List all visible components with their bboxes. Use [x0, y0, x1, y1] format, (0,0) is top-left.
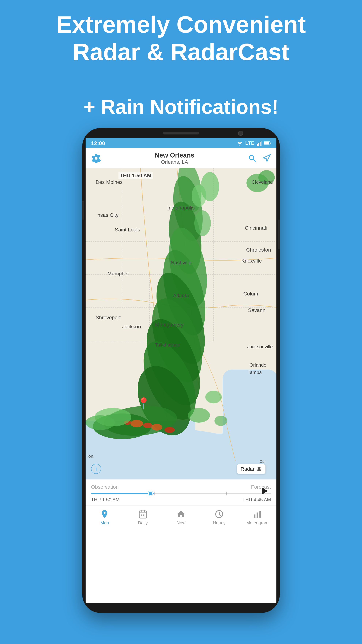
svg-point-35 [130, 420, 143, 427]
timeline-bar [91, 493, 271, 494]
svg-point-37 [151, 424, 162, 430]
svg-point-36 [143, 422, 152, 428]
location-info: New Orleans Orleans, LA [101, 152, 248, 165]
nav-label-meteogram: Meteogram [246, 520, 268, 526]
map-area[interactable]: Des Moines Cleveland Indianapolis nsas C… [85, 168, 277, 479]
signal-icon [257, 141, 262, 146]
label-tallahassee: Tallahassee [155, 342, 180, 348]
svg-line-8 [253, 159, 256, 162]
hero-title-line1: Extremely Convenient [56, 11, 306, 38]
phone-frame: 12:00 LTE [82, 128, 280, 613]
label-shreveport: Shreveport [96, 315, 121, 320]
timeline-wrapper[interactable]: THU 1:50 AM THU 4:45 AM [91, 493, 271, 502]
search-icon[interactable] [248, 154, 257, 163]
navigate-icon[interactable] [262, 154, 271, 163]
timeline-progress [91, 493, 154, 494]
info-button[interactable]: i [91, 464, 101, 474]
power-button [278, 220, 280, 249]
svg-point-46 [201, 172, 219, 201]
nav-item-map[interactable]: Map [85, 509, 124, 526]
svg-point-44 [214, 416, 227, 426]
phone-camera [238, 131, 243, 136]
label-nashville: Nashville [171, 260, 191, 266]
status-bar: 12:00 LTE [85, 138, 277, 148]
nav-label-map: Map [100, 520, 109, 526]
timeline-times: THU 1:50 AM THU 4:45 AM [91, 497, 271, 502]
hero-title: Extremely Convenient Radar & RadarCast [0, 11, 362, 66]
svg-rect-58 [254, 514, 255, 518]
lte-indicator: LTE [245, 140, 255, 146]
location-state: Orleans, LA [101, 159, 248, 165]
nav-label-now: Now [177, 520, 185, 526]
svg-point-47 [194, 210, 211, 236]
label-cul: Cul [259, 459, 266, 464]
wifi-icon [237, 141, 243, 146]
play-button[interactable] [258, 484, 271, 497]
nav-item-hourly[interactable]: Hourly [200, 509, 238, 526]
nav-item-meteogram[interactable]: Meteogram [238, 509, 277, 526]
timeline-end-mark [226, 492, 227, 495]
label-cincinnati: Cincinnati [245, 225, 267, 231]
info-icon: i [95, 466, 97, 472]
volume-button [82, 201, 84, 220]
label-tampa: Tampa [248, 370, 262, 375]
location-pin: 📍 [137, 397, 150, 410]
timeline-section: Observation Forecast THU 1:50 AM THU 4:4… [85, 479, 277, 505]
label-atlanta: Atlanta [173, 293, 189, 298]
svg-point-42 [188, 408, 210, 422]
svg-marker-9 [263, 154, 270, 162]
nav-label-hourly: Hourly [213, 520, 225, 526]
svg-rect-3 [261, 141, 262, 146]
label-lon: lon [87, 454, 93, 459]
radar-label: Radar [241, 466, 255, 472]
label-montgomery: Montgomery [155, 322, 184, 328]
svg-point-38 [165, 427, 175, 433]
settings-icon[interactable] [91, 153, 101, 163]
timeline-labels: Observation Forecast [91, 484, 271, 490]
timeline-dot [148, 491, 153, 496]
label-jacksonville: Jacksonville [247, 344, 273, 350]
status-time: 12:00 [91, 140, 105, 146]
svg-rect-56 [143, 514, 144, 516]
nav-item-daily[interactable]: Daily [124, 509, 162, 526]
svg-rect-6 [270, 142, 271, 144]
label-colum: Colum [243, 291, 258, 297]
hero-subtitle: + Rain Notifications! [0, 95, 362, 118]
map-nav-icon [100, 509, 109, 519]
label-des-moines: Des Moines [96, 179, 123, 185]
svg-rect-59 [257, 512, 258, 518]
clock-icon [214, 509, 224, 519]
label-cleveland: Cleveland [252, 179, 273, 185]
label-savann: Savann [248, 307, 266, 313]
timeline-start-time: THU 1:50 AM [91, 497, 120, 502]
svg-rect-2 [260, 142, 261, 146]
nav-item-now[interactable]: Now [162, 509, 200, 526]
label-memphis: Memphis [107, 271, 128, 277]
phone-speaker [163, 132, 199, 134]
svg-rect-0 [257, 144, 258, 146]
layers-icon [256, 466, 262, 472]
timeline-divider [154, 492, 154, 495]
label-jackson: Jackson [122, 324, 141, 330]
calendar-icon [138, 509, 148, 519]
label-orlando: Orlando [250, 362, 267, 368]
svg-point-41 [85, 415, 115, 430]
svg-marker-50 [262, 487, 268, 494]
observation-label: Observation [91, 484, 119, 490]
nav-label-daily: Daily [138, 520, 148, 526]
chart-icon [253, 509, 262, 519]
phone-screen: 12:00 LTE [85, 138, 277, 603]
play-icon [260, 486, 270, 496]
svg-rect-55 [141, 514, 142, 516]
status-right: LTE [237, 140, 271, 146]
label-kansas-city: nsas City [97, 212, 118, 218]
header-icons [248, 154, 271, 163]
hero-title-line2: Radar & RadarCast [73, 38, 289, 65]
bottom-nav: Map Daily Now [85, 505, 277, 529]
battery-icon [264, 141, 271, 145]
app-header: New Orleans Orleans, LA [85, 148, 277, 168]
svg-rect-5 [264, 142, 269, 144]
radar-button[interactable]: Radar [237, 464, 266, 474]
svg-rect-60 [259, 511, 261, 518]
label-charleston: Charleston [246, 247, 271, 253]
